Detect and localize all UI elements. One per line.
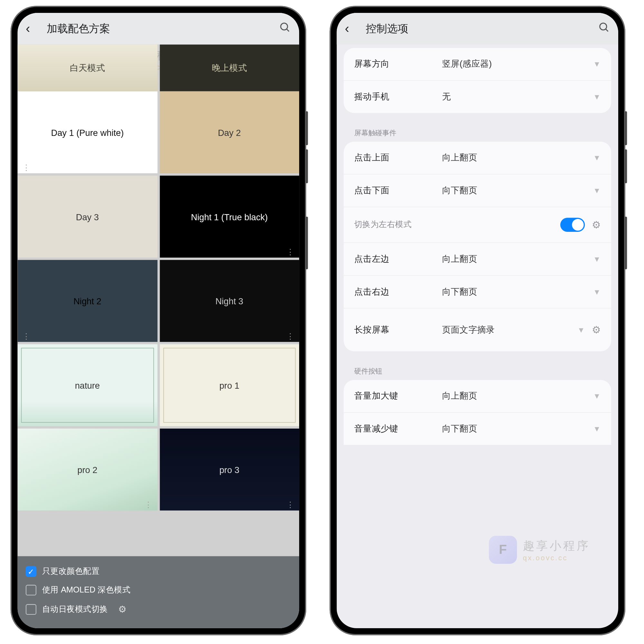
chevron-down-icon[interactable]: ▼ bbox=[593, 255, 601, 263]
drag-handle-icon[interactable]: ⋮ bbox=[286, 335, 294, 337]
chevron-down-icon[interactable]: ▼ bbox=[593, 60, 601, 68]
chevron-down-icon[interactable]: ▼ bbox=[593, 392, 601, 400]
row-shake[interactable]: 摇动手机 无 ▼ bbox=[344, 80, 611, 113]
theme-card-pro1[interactable]: pro 1 bbox=[159, 344, 299, 426]
drag-handle-icon[interactable]: ⋮ bbox=[286, 504, 294, 506]
chevron-down-icon[interactable]: ▼ bbox=[593, 186, 601, 195]
gear-icon[interactable]: ⚙ bbox=[592, 324, 601, 336]
section-header-touch: 屏幕触碰事件 bbox=[344, 120, 611, 142]
gear-icon[interactable]: ⚙ bbox=[118, 604, 126, 615]
theme-card-night1[interactable]: Night 1 (True black)⋮ bbox=[159, 175, 299, 258]
chevron-down-icon[interactable]: ▼ bbox=[577, 326, 585, 334]
appbar: ‹ 控制选项 bbox=[336, 13, 618, 44]
phone-left: ‹ 加载配色方案 F 趣享小程序 qx.oovc.cc 白天模式 bbox=[11, 6, 306, 635]
section-touch: 点击上面 向上翻页 ▼ 点击下面 向下翻页 ▼ 切换为左右模式 ⚙ bbox=[344, 142, 611, 351]
drag-handle-icon[interactable]: ⋮ bbox=[22, 335, 30, 337]
row-tap-left[interactable]: 点击左边 向上翻页 ▼ bbox=[344, 242, 611, 275]
bottom-options: ✓ 只更改颜色配置 使用 AMOLED 深色模式 自动日夜模式切换 ⚙ bbox=[18, 556, 299, 628]
row-vol-down[interactable]: 音量减少键 向下翻页 ▼ bbox=[344, 412, 611, 445]
theme-card-day1[interactable]: Day 1 (Pure white)⋮ bbox=[18, 91, 157, 174]
svg-point-0 bbox=[281, 23, 288, 30]
drag-handle-icon[interactable]: ⋮ bbox=[286, 251, 294, 253]
chevron-down-icon[interactable]: ▼ bbox=[593, 153, 601, 162]
back-icon[interactable]: ‹ bbox=[26, 21, 40, 36]
row-vol-up[interactable]: 音量加大键 向上翻页 ▼ bbox=[344, 380, 611, 412]
svg-line-1 bbox=[287, 29, 289, 31]
search-icon[interactable] bbox=[598, 21, 610, 36]
row-long-press[interactable]: 长按屏幕 页面文字摘录 ▼ ⚙ bbox=[344, 308, 611, 351]
watermark: F 趣享小程序 qx.oovc.cc bbox=[489, 536, 590, 564]
toggle-on[interactable] bbox=[560, 218, 585, 232]
theme-card-nightmode-header[interactable]: 晚上模式 bbox=[159, 44, 299, 91]
theme-card-day3[interactable]: Day 3 bbox=[18, 175, 157, 258]
row-tap-right[interactable]: 点击右边 向下翻页 ▼ bbox=[344, 275, 611, 308]
theme-card-pro3[interactable]: pro 3⋮ bbox=[159, 429, 299, 511]
drag-handle-icon[interactable]: ⋮ bbox=[144, 504, 152, 506]
appbar: ‹ 加载配色方案 bbox=[18, 13, 299, 44]
checkbox-icon[interactable] bbox=[26, 604, 36, 614]
theme-card-nature[interactable]: nature bbox=[18, 344, 157, 426]
option-auto-daynight[interactable]: 自动日夜模式切换 ⚙ bbox=[26, 600, 291, 619]
checkbox-checked-icon[interactable]: ✓ bbox=[26, 566, 36, 577]
checkbox-icon[interactable] bbox=[26, 585, 36, 595]
section-header-hardware: 硬件按钮 bbox=[344, 358, 611, 380]
chevron-down-icon[interactable]: ▼ bbox=[593, 424, 601, 433]
theme-card-day2[interactable]: Day 2 bbox=[159, 91, 299, 174]
row-lr-mode: 切换为左右模式 ⚙ bbox=[344, 207, 611, 242]
theme-card-night2[interactable]: Night 2⋮ bbox=[18, 260, 157, 342]
svg-point-2 bbox=[600, 23, 607, 30]
back-icon[interactable]: ‹ bbox=[345, 21, 359, 36]
chevron-down-icon[interactable]: ▼ bbox=[593, 288, 601, 296]
row-orientation[interactable]: 屏幕方向 竖屏(感应器) ▼ bbox=[344, 48, 611, 80]
phone-right: ‹ 控制选项 屏幕方向 竖屏(感应器) ▼ 摇动手机 bbox=[330, 6, 625, 635]
option-amoled[interactable]: 使用 AMOLED 深色模式 bbox=[26, 581, 291, 600]
gear-icon[interactable]: ⚙ bbox=[592, 219, 601, 231]
option-only-color[interactable]: ✓ 只更改颜色配置 bbox=[26, 562, 291, 581]
search-icon[interactable] bbox=[279, 21, 291, 36]
watermark-badge: F bbox=[489, 536, 517, 564]
drag-handle-icon[interactable]: ⋮ bbox=[22, 166, 30, 168]
theme-card-night3[interactable]: Night 3⋮ bbox=[159, 260, 299, 342]
theme-card-pro2[interactable]: pro 2⋮ bbox=[18, 429, 157, 511]
svg-line-3 bbox=[606, 29, 608, 31]
chevron-down-icon[interactable]: ▼ bbox=[593, 92, 601, 101]
page-title: 加载配色方案 bbox=[40, 22, 279, 36]
section-hardware: 音量加大键 向上翻页 ▼ 音量减少键 向下翻页 ▼ bbox=[344, 380, 611, 445]
page-title: 控制选项 bbox=[359, 22, 599, 36]
row-tap-top[interactable]: 点击上面 向上翻页 ▼ bbox=[344, 142, 611, 174]
section-general: 屏幕方向 竖屏(感应器) ▼ 摇动手机 无 ▼ bbox=[344, 48, 611, 113]
row-tap-bottom[interactable]: 点击下面 向下翻页 ▼ bbox=[344, 174, 611, 207]
theme-card-daymode-header[interactable]: 白天模式 bbox=[18, 44, 157, 91]
